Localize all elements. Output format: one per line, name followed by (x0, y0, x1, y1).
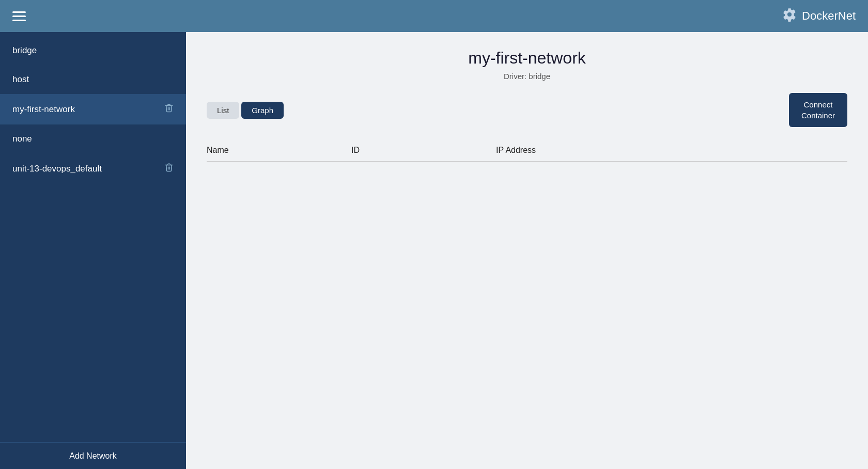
column-header-name: Name (207, 146, 351, 155)
sidebar: bridgehostmy-first-networknoneunit-13-de… (0, 32, 186, 469)
column-header-id: ID (351, 146, 496, 155)
connect-container-button[interactable]: ConnectContainer (789, 93, 847, 127)
content-toolbar: List Graph ConnectContainer (207, 93, 847, 127)
network-driver: Driver: bridge (207, 72, 847, 81)
sidebar-item-host[interactable]: host (0, 65, 186, 94)
sidebar-item-label: bridge (12, 45, 37, 56)
content-area: my-first-network Driver: bridge List Gra… (186, 32, 868, 469)
navbar: DockerNet (0, 0, 868, 32)
main-layout: bridgehostmy-first-networknoneunit-13-de… (0, 32, 868, 469)
sidebar-item-label: none (12, 134, 32, 144)
sidebar-item-my-first-network[interactable]: my-first-network (0, 94, 186, 124)
trash-icon[interactable] (164, 103, 174, 115)
trash-icon[interactable] (164, 163, 174, 175)
app-title-container: DockerNet (782, 7, 856, 25)
app-title: DockerNet (802, 9, 856, 23)
column-header-ip: IP Address (496, 146, 847, 155)
sidebar-item-unit-13-devops_default[interactable]: unit-13-devops_default (0, 153, 186, 184)
tab-graph[interactable]: Graph (241, 102, 284, 119)
tab-list[interactable]: List (207, 102, 239, 119)
hamburger-menu[interactable] (12, 11, 26, 21)
table-header: Name ID IP Address (207, 139, 847, 162)
network-title: my-first-network (207, 49, 847, 68)
sidebar-item-label: host (12, 74, 29, 85)
sidebar-item-label: unit-13-devops_default (12, 164, 102, 174)
tab-group: List Graph (207, 102, 284, 119)
sidebar-network-list: bridgehostmy-first-networknoneunit-13-de… (0, 32, 186, 442)
add-network-button[interactable]: Add Network (0, 442, 186, 469)
sidebar-item-label: my-first-network (12, 104, 75, 115)
sidebar-item-bridge[interactable]: bridge (0, 36, 186, 65)
gear-icon (782, 7, 797, 25)
sidebar-item-none[interactable]: none (0, 124, 186, 153)
